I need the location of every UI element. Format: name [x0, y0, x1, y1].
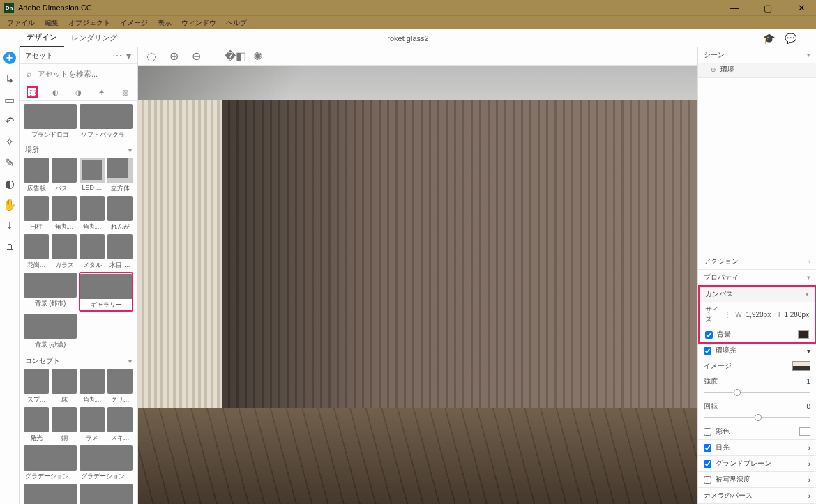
menu-edit[interactable]: 編集 [40, 18, 63, 28]
asset-board[interactable]: 広告板 [24, 158, 49, 193]
env-light-row[interactable]: 環境光 ▾ [698, 343, 816, 358]
background-checkbox[interactable] [705, 331, 713, 339]
colorize-checkbox[interactable] [704, 428, 711, 436]
maximize-button[interactable]: ▢ [757, 3, 778, 13]
cat-images-icon[interactable]: ▧ [119, 86, 130, 98]
add-selection-icon[interactable]: ⊕ [167, 50, 180, 63]
document-title: roket glass2 [387, 34, 428, 43]
cat-materials-icon[interactable]: ◐ [50, 86, 61, 98]
learn-icon[interactable]: 🎓 [763, 33, 775, 44]
rotation-row: 回転 0 [698, 399, 816, 411]
orbit-tool[interactable]: ◐ [3, 177, 16, 190]
asset-ski[interactable]: スキ… [107, 407, 133, 443]
canvas-section-header[interactable]: カンバス▾ [700, 287, 815, 302]
menu-image[interactable]: イメージ [116, 18, 152, 28]
asset-granite[interactable]: 花崗… [24, 234, 49, 270]
asset-search [20, 64, 137, 84]
asset-round-cyl-2[interactable]: 角丸… [80, 196, 105, 231]
intensity-value[interactable]: 1 [806, 378, 810, 385]
rotation-slider[interactable] [698, 411, 816, 424]
width-value[interactable]: 1,920px [746, 311, 771, 319]
sunlight-checkbox[interactable] [704, 444, 711, 452]
asset-metal[interactable]: メタル [80, 234, 105, 270]
wand-tool[interactable]: ✧ [3, 135, 16, 148]
tab-design[interactable]: デザイン [20, 29, 64, 47]
section-places[interactable]: 場所▾ [24, 142, 133, 158]
cat-lights-icon[interactable]: ◑ [73, 86, 84, 98]
scene-item-environment[interactable]: 環境 [698, 63, 816, 77]
effects-icon[interactable]: ✺ [251, 50, 264, 63]
property-panel-header[interactable]: プロパティ▾ [698, 270, 816, 285]
asset-spoon[interactable]: スプ… [24, 369, 49, 404]
action-panel-header[interactable]: アクション› [698, 254, 816, 269]
asset-bus[interactable]: バス… [52, 158, 77, 193]
asset-cylinder[interactable]: 円柱 [24, 196, 49, 231]
asset-cube[interactable]: 立方体 [107, 158, 133, 193]
select-mode-icon[interactable]: ◌ [145, 50, 158, 63]
asset-abstract-1[interactable] [24, 484, 77, 504]
asset-bg-city[interactable]: 背景 (都市) [24, 273, 77, 311]
asset-lame[interactable]: ラメ [80, 407, 105, 443]
canvas-property-box: カンバス▾ サイズ ⋮ W 1,920px H 1,280px 背景 [698, 285, 816, 344]
section-concept[interactable]: コンセプト▾ [24, 353, 133, 369]
camera-persp-row[interactable]: カメラのパース › [698, 488, 816, 503]
rotation-value[interactable]: 0 [806, 403, 810, 411]
asset-cream[interactable]: クリ… [107, 369, 133, 404]
dolly-tool[interactable]: ↓ [3, 219, 16, 231]
pan-tool[interactable]: ✋ [3, 198, 16, 211]
height-value[interactable]: 1,280px [784, 311, 809, 319]
chevron-down-icon: ▾ [128, 358, 132, 365]
intensity-slider[interactable] [698, 386, 816, 399]
undo-tool[interactable]: ↶ [3, 114, 16, 127]
remove-selection-icon[interactable]: ⊖ [190, 50, 202, 63]
asset-scroll[interactable]: ブランドロゴ ソフトバックラ… 場所▾ 広告板 バス… LED … 立方体 円柱… [20, 101, 137, 504]
asset-glow[interactable]: 発光 [24, 407, 49, 443]
asset-gradient-2[interactable]: グラデーション… [80, 445, 133, 481]
tab-render[interactable]: レンダリング [64, 29, 124, 47]
select-tool[interactable]: ↳ [3, 72, 16, 85]
asset-brick[interactable]: れんが [107, 196, 133, 231]
asset-options-icon[interactable]: ⋯ ▾ [112, 50, 132, 61]
menu-object[interactable]: オブジェクト [64, 18, 114, 28]
feedback-icon[interactable]: 💬 [785, 33, 796, 44]
menu-view[interactable]: 表示 [153, 18, 176, 28]
link-icon[interactable]: ⋮ [724, 311, 731, 319]
ground-plane-row[interactable]: グランドプレーン › [698, 456, 816, 471]
eyedropper-tool[interactable]: ✎ [3, 156, 16, 169]
asset-brand-logo[interactable]: ブランドロゴ [24, 104, 77, 139]
env-image-swatch[interactable] [792, 361, 810, 371]
image-settings-icon[interactable]: �◧ [229, 50, 241, 63]
canvas-viewport[interactable] [138, 66, 697, 504]
scene-panel-header[interactable]: シーン▾ [698, 47, 816, 63]
asset-search-input[interactable] [25, 67, 132, 81]
dof-checkbox[interactable] [704, 476, 711, 484]
close-button[interactable]: ✕ [791, 3, 812, 13]
asset-round-cyl-1[interactable]: 角丸… [52, 196, 77, 231]
asset-copper[interactable]: 銅 [52, 407, 77, 443]
asset-led[interactable]: LED … [80, 158, 105, 193]
minimize-button[interactable]: ― [724, 3, 745, 13]
menu-help[interactable]: ヘルプ [222, 18, 251, 28]
sunlight-row[interactable]: 日光 › [698, 440, 816, 455]
asset-round-cube[interactable]: 角丸… [80, 369, 105, 404]
add-tool[interactable]: + [3, 52, 16, 64]
asset-glass[interactable]: ガラス [52, 234, 77, 270]
envlight-checkbox[interactable] [704, 347, 711, 355]
asset-sphere[interactable]: 球 [52, 369, 77, 404]
menu-file[interactable]: ファイル [3, 18, 39, 28]
asset-gradient-1[interactable]: グラデーション… [24, 445, 77, 481]
colorize-swatch[interactable] [799, 427, 810, 436]
menu-window[interactable]: ウィンドウ [177, 18, 220, 28]
asset-soft-backlight[interactable]: ソフトバックラ… [80, 104, 133, 139]
dof-row[interactable]: 被写界深度 › [698, 472, 816, 487]
asset-bg-desert[interactable]: 背景 (砂漠) [24, 314, 77, 349]
crop-tool[interactable]: ▭ [3, 93, 16, 106]
asset-abstract-2[interactable] [80, 484, 133, 504]
asset-gallery[interactable]: ギャラリー [80, 273, 133, 311]
groundplane-checkbox[interactable] [704, 460, 711, 468]
cat-environments-icon[interactable]: ☀ [96, 86, 107, 98]
background-swatch[interactable] [798, 330, 809, 339]
cat-models-icon[interactable]: ⬚ [27, 86, 38, 98]
horizon-tool[interactable]: ⩍ [3, 240, 16, 252]
asset-wood[interactable]: 木目 … [107, 234, 133, 270]
